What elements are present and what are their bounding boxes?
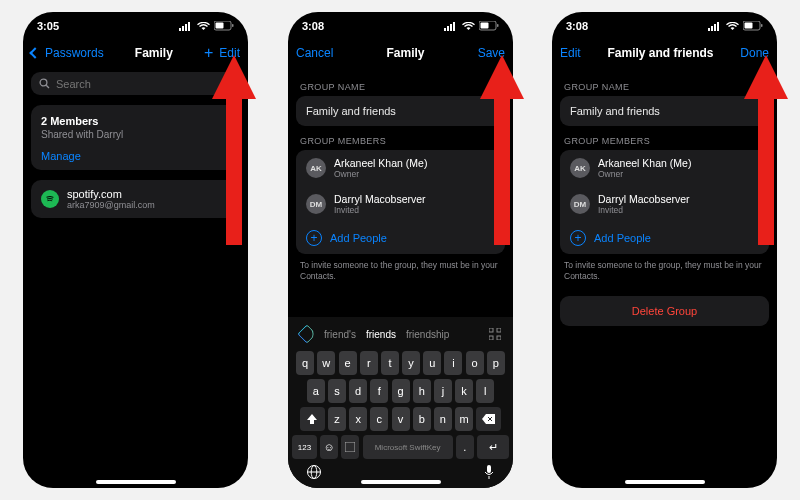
key-d[interactable]: d — [349, 379, 367, 403]
key-w[interactable]: w — [317, 351, 335, 375]
status-time: 3:05 — [37, 20, 59, 32]
period-key[interactable]: . — [456, 435, 474, 459]
key-x[interactable]: x — [349, 407, 367, 431]
svg-point-9 — [44, 193, 56, 205]
key-q[interactable]: q — [296, 351, 314, 375]
cellular-icon — [444, 22, 458, 31]
cancel-button[interactable]: Cancel — [296, 46, 333, 60]
key-l[interactable]: l — [476, 379, 494, 403]
suggestion[interactable]: friendship — [406, 329, 449, 340]
svg-line-8 — [46, 85, 49, 88]
key-f[interactable]: f — [370, 379, 388, 403]
member-row[interactable]: DM Darryl MacobserverInvited — [296, 186, 505, 222]
key-s[interactable]: s — [328, 379, 346, 403]
key-b[interactable]: b — [413, 407, 431, 431]
return-key[interactable]: ↵ — [477, 435, 509, 459]
edit-button[interactable]: Edit — [219, 46, 240, 60]
svg-point-7 — [40, 79, 47, 86]
suggestion[interactable]: friends — [366, 329, 396, 340]
group-name-header: GROUP NAME — [300, 82, 501, 92]
status-indicators — [708, 21, 763, 31]
key-z[interactable]: z — [328, 407, 346, 431]
space-key[interactable]: Microsoft SwiftKey — [363, 435, 453, 459]
key-y[interactable]: y — [402, 351, 420, 375]
wifi-icon — [197, 22, 210, 31]
shift-key[interactable] — [300, 407, 325, 431]
phone-screen-1: 3:05 Passwords Family + Edit — [23, 12, 248, 488]
member-row[interactable]: DM Darryl MacobserverInvited — [560, 186, 769, 222]
search-input[interactable] — [56, 78, 232, 90]
svg-rect-32 — [717, 22, 719, 31]
key-n[interactable]: n — [434, 407, 452, 431]
group-members-header: GROUP MEMBERS — [300, 136, 501, 146]
bing-icon[interactable] — [297, 324, 317, 344]
key-u[interactable]: u — [423, 351, 441, 375]
key-j[interactable]: j — [434, 379, 452, 403]
add-people-label: Add People — [330, 232, 387, 244]
key-a[interactable]: a — [307, 379, 325, 403]
suggestion-bar[interactable]: friend's friends friendship — [292, 321, 509, 347]
keyboard[interactable]: friend's friends friendship qwertyuiop a… — [288, 317, 513, 488]
key-row: zxcvbnm — [292, 407, 509, 431]
wifi-icon — [462, 22, 475, 31]
key-m[interactable]: m — [455, 407, 473, 431]
avatar: AK — [306, 158, 326, 178]
avatar: DM — [570, 194, 590, 214]
home-indicator[interactable] — [361, 480, 441, 484]
edit-button[interactable]: Edit — [560, 46, 581, 60]
delete-group-button[interactable]: Delete Group — [560, 296, 769, 326]
emoji-key[interactable]: ☺ — [320, 435, 338, 459]
key-h[interactable]: h — [413, 379, 431, 403]
plus-icon: + — [306, 230, 322, 246]
member-row[interactable]: AK Arkaneel Khan (Me)Owner — [560, 150, 769, 186]
manage-button[interactable]: Manage — [41, 150, 230, 162]
qr-icon[interactable] — [489, 328, 501, 340]
key-t[interactable]: t — [381, 351, 399, 375]
key-i[interactable]: i — [444, 351, 462, 375]
save-button[interactable]: Save — [478, 46, 505, 60]
svg-rect-3 — [188, 22, 190, 31]
member-row[interactable]: AK Arkaneel Khan (Me)Owner — [296, 150, 505, 186]
add-people-label: Add People — [594, 232, 651, 244]
svg-rect-12 — [450, 24, 452, 31]
globe-key[interactable] — [306, 464, 322, 480]
member-role: Invited — [334, 205, 426, 215]
home-indicator[interactable] — [625, 480, 705, 484]
key-e[interactable]: e — [339, 351, 357, 375]
search-field[interactable] — [31, 72, 240, 95]
key-p[interactable]: p — [487, 351, 505, 375]
phone-screen-2: 3:08 Cancel Family Save GROUP NAME Famil… — [288, 12, 513, 488]
key-o[interactable]: o — [466, 351, 484, 375]
group-name-field[interactable]: Family and friends — [560, 96, 769, 126]
chevron-left-icon — [29, 47, 40, 58]
home-indicator[interactable] — [96, 480, 176, 484]
add-people-button[interactable]: + Add People — [296, 222, 505, 254]
numbers-key[interactable]: 123 — [292, 435, 317, 459]
svg-rect-11 — [447, 26, 449, 31]
key-c[interactable]: c — [370, 407, 388, 431]
gif-key[interactable] — [341, 435, 359, 459]
add-people-button[interactable]: + Add People — [560, 222, 769, 254]
battery-icon — [214, 21, 234, 31]
back-button[interactable]: Passwords — [31, 46, 104, 60]
svg-rect-2 — [185, 24, 187, 31]
password-entry[interactable]: spotify.com arka7909@gmail.com — [31, 180, 240, 218]
svg-rect-31 — [714, 24, 716, 31]
done-button[interactable]: Done — [740, 46, 769, 60]
suggestion[interactable]: friend's — [324, 329, 356, 340]
phone-screen-3: 3:08 Edit Family and friends Done GROUP … — [552, 12, 777, 488]
mic-key[interactable] — [483, 464, 495, 480]
key-v[interactable]: v — [392, 407, 410, 431]
cellular-icon — [708, 22, 722, 31]
svg-rect-20 — [497, 336, 501, 340]
add-button[interactable]: + — [204, 45, 213, 61]
group-members-header: GROUP MEMBERS — [564, 136, 765, 146]
svg-rect-29 — [708, 28, 710, 31]
backspace-key[interactable] — [476, 407, 501, 431]
key-r[interactable]: r — [360, 351, 378, 375]
key-k[interactable]: k — [455, 379, 473, 403]
key-row: qwertyuiop — [292, 351, 509, 375]
member-name: Darryl Macobserver — [598, 193, 690, 205]
key-g[interactable]: g — [392, 379, 410, 403]
group-name-field[interactable]: Family and friends — [296, 96, 505, 126]
